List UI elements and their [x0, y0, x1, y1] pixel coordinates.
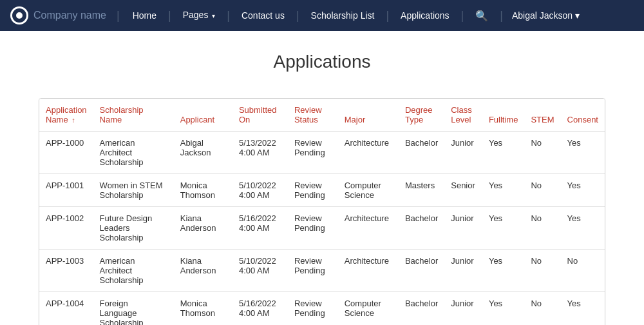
cell-submitted_on-1: 5/10/2022 4:00 AM	[232, 174, 288, 207]
nav-link-pages[interactable]: Pages ▾	[175, 0, 223, 32]
cell-review_status-0: Review Pending	[288, 132, 338, 174]
col-header-review-status[interactable]: Review Status	[288, 99, 338, 132]
table-header-row: Application Name ↑ Scholarship Name Appl…	[39, 99, 605, 132]
user-menu-button[interactable]: Abigal Jackson ▾	[507, 10, 585, 21]
nav-item-contact[interactable]: Contact us	[234, 0, 292, 31]
col-header-stem[interactable]: STEM	[524, 99, 560, 132]
nav-item-applications[interactable]: Applications	[393, 0, 457, 31]
cell-scholarship_name-3: American Architect Scholarship	[93, 250, 174, 292]
cell-applicant-4: Monica Thomson	[174, 292, 232, 326]
nav-links: Home | Pages ▾ | Contact us | Scholarshi…	[125, 0, 634, 32]
cell-fulltime-1: Yes	[482, 174, 525, 207]
cell-review_status-3: Review Pending	[288, 250, 338, 292]
cell-class_level-3: Junior	[444, 250, 482, 292]
nav-search[interactable]: 🔍	[468, 10, 496, 22]
cell-degree_type-3: Bachelor	[399, 250, 444, 292]
col-header-scholarship-name[interactable]: Scholarship Name	[93, 99, 174, 132]
nav-link-scholarship[interactable]: Scholarship List	[303, 0, 383, 31]
col-header-submitted-on[interactable]: Submitted On	[232, 99, 288, 132]
cell-major-4: Computer Science	[338, 292, 399, 326]
nav-item-scholarship[interactable]: Scholarship List	[303, 0, 383, 31]
cell-major-2: Architecture	[338, 207, 399, 250]
cell-submitted_on-0: 5/13/2022 4:00 AM	[232, 132, 288, 174]
cell-submitted_on-3: 5/10/2022 4:00 AM	[232, 250, 288, 292]
nav-separator-1: |	[117, 9, 120, 23]
col-header-consent[interactable]: Consent	[561, 99, 605, 132]
cell-scholarship_name-4: Foreign Language Scholarship	[93, 292, 174, 326]
cell-degree_type-1: Masters	[399, 174, 444, 207]
applications-table-container: Application Name ↑ Scholarship Name Appl…	[39, 98, 605, 325]
brand-name: Company name	[33, 10, 106, 21]
col-header-degree-type[interactable]: Degree Type	[399, 99, 444, 132]
col-header-major[interactable]: Major	[338, 99, 399, 132]
applications-table: Application Name ↑ Scholarship Name Appl…	[39, 99, 605, 325]
cell-scholarship_name-2: Future Design Leaders Scholarship	[93, 207, 174, 250]
search-icon[interactable]: 🔍	[468, 10, 496, 22]
col-header-class-level[interactable]: Class Level	[444, 99, 482, 132]
cell-stem-2: No	[524, 207, 560, 250]
table-row: APP-1000American Architect ScholarshipAb…	[39, 132, 605, 174]
table-row: APP-1004Foreign Language ScholarshipMoni…	[39, 292, 605, 326]
col-header-app-name[interactable]: Application Name ↑	[39, 99, 93, 132]
cell-applicant-1: Monica Thomson	[174, 174, 232, 207]
nav-separator-li-2: |	[225, 9, 231, 23]
cell-fulltime-2: Yes	[482, 207, 525, 250]
nav-link-applications[interactable]: Applications	[393, 0, 457, 31]
nav-item-home[interactable]: Home	[125, 0, 164, 31]
cell-major-1: Computer Science	[338, 174, 399, 207]
cell-fulltime-0: Yes	[482, 132, 525, 174]
cell-app_name-3: APP-1003	[39, 250, 93, 292]
table-body: APP-1000American Architect ScholarshipAb…	[39, 132, 605, 326]
cell-fulltime-3: Yes	[482, 250, 525, 292]
brand[interactable]: Company name	[10, 6, 106, 25]
cell-stem-1: No	[524, 174, 560, 207]
cell-app_name-0: APP-1000	[39, 132, 93, 174]
cell-degree_type-4: Bachelor	[399, 292, 444, 326]
cell-consent-0: Yes	[561, 132, 605, 174]
nav-separator-li-4: |	[384, 9, 390, 23]
cell-review_status-2: Review Pending	[288, 207, 338, 250]
user-name: Abigal Jackson	[512, 10, 573, 21]
table-row: APP-1001Women in STEM ScholarshipMonica …	[39, 174, 605, 207]
cell-stem-4: No	[524, 292, 560, 326]
nav-link-home[interactable]: Home	[125, 0, 164, 31]
nav-link-contact[interactable]: Contact us	[234, 0, 292, 31]
cell-applicant-3: Kiana Anderson	[174, 250, 232, 292]
nav-user-menu[interactable]: Abigal Jackson ▾	[507, 10, 585, 21]
nav-separator-li-3: |	[295, 9, 301, 23]
nav-separator-li-6: |	[498, 9, 504, 23]
cell-submitted_on-4: 5/16/2022 4:00 AM	[232, 292, 288, 326]
cell-app_name-2: APP-1002	[39, 207, 93, 250]
cell-app_name-1: APP-1001	[39, 174, 93, 207]
cell-app_name-4: APP-1004	[39, 292, 93, 326]
cell-class_level-1: Senior	[444, 174, 482, 207]
cell-applicant-2: Kiana Anderson	[174, 207, 232, 250]
pages-dropdown-icon: ▾	[212, 12, 215, 19]
cell-major-3: Architecture	[338, 250, 399, 292]
table-row: APP-1003American Architect ScholarshipKi…	[39, 250, 605, 292]
cell-consent-4: Yes	[561, 292, 605, 326]
cell-review_status-1: Review Pending	[288, 174, 338, 207]
cell-major-0: Architecture	[338, 132, 399, 174]
cell-class_level-2: Junior	[444, 207, 482, 250]
cell-class_level-0: Junior	[444, 132, 482, 174]
cell-degree_type-2: Bachelor	[399, 207, 444, 250]
user-dropdown-icon: ▾	[575, 10, 580, 21]
cell-stem-0: No	[524, 132, 560, 174]
navbar: Company name | Home | Pages ▾ | Contact …	[0, 0, 644, 31]
sort-arrow-icon: ↑	[71, 116, 75, 124]
cell-submitted_on-2: 5/16/2022 4:00 AM	[232, 207, 288, 250]
col-header-fulltime[interactable]: Fulltime	[482, 99, 525, 132]
nav-item-pages[interactable]: Pages ▾	[175, 0, 223, 32]
col-header-applicant[interactable]: Applicant	[174, 99, 232, 132]
table-row: APP-1002Future Design Leaders Scholarshi…	[39, 207, 605, 250]
cell-degree_type-0: Bachelor	[399, 132, 444, 174]
cell-consent-2: Yes	[561, 207, 605, 250]
nav-separator-li-1: |	[167, 9, 173, 23]
cell-consent-3: No	[561, 250, 605, 292]
page-title: Applications	[39, 52, 605, 72]
cell-consent-1: Yes	[561, 174, 605, 207]
cell-review_status-4: Review Pending	[288, 292, 338, 326]
cell-scholarship_name-1: Women in STEM Scholarship	[93, 174, 174, 207]
brand-icon	[10, 6, 28, 25]
